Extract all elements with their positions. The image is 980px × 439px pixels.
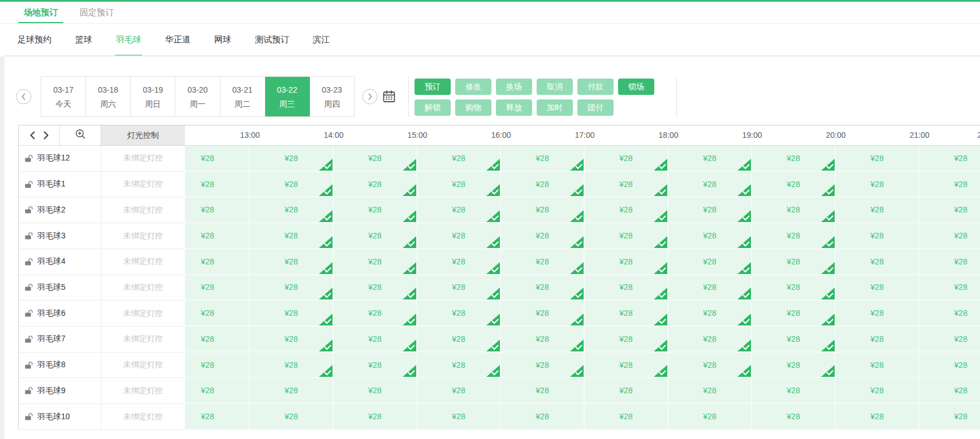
slot-cell[interactable]: ¥28: [836, 378, 919, 404]
slot-cell[interactable]: ¥28: [334, 172, 417, 198]
action-button-预订[interactable]: 预订: [415, 79, 451, 95]
slot-cell[interactable]: ¥28: [752, 353, 836, 379]
action-button-解锁[interactable]: 解锁: [415, 99, 451, 116]
slot-cell[interactable]: ¥28: [668, 353, 752, 379]
slot-cell[interactable]: ¥28: [752, 223, 836, 249]
slot-cell[interactable]: ¥28: [668, 249, 752, 275]
sport-tab[interactable]: 篮球: [75, 24, 92, 56]
slot-cell[interactable]: ¥28: [334, 223, 417, 249]
slot-cell[interactable]: ¥28: [250, 249, 334, 275]
action-button-付款[interactable]: 付款: [577, 79, 614, 95]
slot-cell[interactable]: ¥28: [919, 146, 980, 172]
slot-cell[interactable]: ¥28: [501, 378, 585, 404]
slot-cell[interactable]: ¥28: [752, 172, 836, 198]
slot-cell[interactable]: ¥28: [417, 249, 501, 275]
slot-cell[interactable]: ¥28: [250, 172, 334, 198]
sport-tab[interactable]: 足球预约: [18, 24, 51, 56]
slot-cell[interactable]: ¥28: [919, 353, 980, 379]
slot-cell[interactable]: ¥28: [752, 249, 836, 275]
slot-cell[interactable]: ¥28: [836, 327, 919, 353]
top-tab[interactable]: 场地预订: [20, 2, 61, 24]
slot-cell[interactable]: ¥28: [185, 353, 250, 379]
slot-cell[interactable]: ¥28: [250, 404, 334, 430]
unlock-icon[interactable]: [24, 232, 33, 240]
action-button-购物[interactable]: 购物: [455, 99, 491, 116]
sport-tab[interactable]: 测试预订: [255, 24, 289, 56]
slot-cell[interactable]: ¥28: [334, 327, 417, 353]
slot-cell[interactable]: ¥28: [585, 404, 668, 430]
slot-cell[interactable]: ¥28: [752, 327, 836, 353]
slot-cell[interactable]: ¥28: [836, 275, 919, 301]
slot-cell[interactable]: ¥28: [185, 197, 250, 223]
slot-cell[interactable]: ¥28: [501, 146, 585, 172]
calendar-button[interactable]: [382, 90, 396, 103]
slot-cell[interactable]: ¥28: [752, 378, 836, 404]
slot-cell[interactable]: ¥28: [250, 146, 334, 172]
date-cell[interactable]: 03-22周三: [265, 77, 310, 116]
slot-cell[interactable]: ¥28: [501, 327, 585, 353]
slot-cell[interactable]: ¥28: [919, 404, 980, 430]
unlock-icon[interactable]: [24, 154, 33, 163]
slot-cell[interactable]: ¥28: [185, 404, 250, 430]
date-cell[interactable]: 03-21周二: [221, 77, 265, 116]
action-button-取消[interactable]: 取消: [537, 79, 573, 95]
action-button-释放[interactable]: 释放: [496, 99, 532, 116]
slot-cell[interactable]: ¥28: [185, 223, 250, 249]
slot-cell[interactable]: ¥28: [919, 172, 980, 198]
slot-cell[interactable]: ¥28: [752, 146, 836, 172]
slot-cell[interactable]: ¥28: [919, 378, 980, 404]
slot-cell[interactable]: ¥28: [836, 146, 919, 172]
sport-tab[interactable]: 羽毛球: [116, 24, 141, 56]
slot-cell[interactable]: ¥28: [417, 172, 501, 198]
slot-cell[interactable]: ¥28: [585, 301, 668, 327]
slot-cell[interactable]: ¥28: [417, 301, 501, 327]
scroll-right-button[interactable]: [42, 131, 50, 140]
date-next-button[interactable]: [362, 89, 378, 105]
zoom-in-button[interactable]: [60, 125, 101, 145]
slot-cell[interactable]: ¥28: [836, 172, 919, 198]
slot-cell[interactable]: ¥28: [185, 275, 250, 301]
slot-cell[interactable]: ¥28: [250, 327, 334, 353]
action-button-团付[interactable]: 团付: [577, 99, 614, 116]
slot-cell[interactable]: ¥28: [185, 378, 250, 404]
unlock-icon[interactable]: [24, 206, 33, 214]
sport-tab[interactable]: 网球: [214, 24, 231, 56]
slot-cell[interactable]: ¥28: [919, 249, 980, 275]
slot-cell[interactable]: ¥28: [334, 249, 417, 275]
slot-cell[interactable]: ¥28: [417, 404, 501, 430]
slot-cell[interactable]: ¥28: [501, 353, 585, 379]
sport-tab[interactable]: 滨江: [313, 24, 330, 56]
slot-cell[interactable]: ¥28: [250, 223, 334, 249]
slot-cell[interactable]: ¥28: [919, 275, 980, 301]
slot-cell[interactable]: ¥28: [836, 301, 919, 327]
slot-cell[interactable]: ¥28: [752, 404, 836, 430]
slot-cell[interactable]: ¥28: [417, 146, 501, 172]
slot-cell[interactable]: ¥28: [501, 249, 585, 275]
slot-cell[interactable]: ¥28: [250, 275, 334, 301]
action-button-换场[interactable]: 换场: [496, 79, 532, 95]
slot-cell[interactable]: ¥28: [836, 249, 919, 275]
slot-cell[interactable]: ¥28: [919, 301, 980, 327]
slot-cell[interactable]: ¥28: [585, 378, 668, 404]
slot-cell[interactable]: ¥28: [250, 353, 334, 379]
top-tab[interactable]: 固定预订: [76, 2, 117, 24]
slot-cell[interactable]: ¥28: [334, 353, 417, 379]
unlock-icon[interactable]: [24, 258, 33, 266]
slot-cell[interactable]: ¥28: [250, 378, 334, 404]
slot-cell[interactable]: ¥28: [334, 146, 417, 172]
slot-cell[interactable]: ¥28: [185, 172, 250, 198]
slot-cell[interactable]: ¥28: [585, 249, 668, 275]
date-cell[interactable]: 03-23周四: [310, 77, 354, 116]
slot-cell[interactable]: ¥28: [334, 378, 417, 404]
slot-cell[interactable]: ¥28: [334, 404, 417, 430]
unlock-icon[interactable]: [24, 309, 33, 318]
slot-cell[interactable]: ¥28: [417, 353, 501, 379]
slot-cell[interactable]: ¥28: [585, 172, 668, 198]
slot-cell[interactable]: ¥28: [334, 275, 417, 301]
slot-cell[interactable]: ¥28: [501, 197, 585, 223]
slot-cell[interactable]: ¥28: [501, 223, 585, 249]
slot-cell[interactable]: ¥28: [501, 275, 585, 301]
unlock-icon[interactable]: [24, 180, 33, 189]
slot-cell[interactable]: ¥28: [668, 223, 752, 249]
unlock-icon[interactable]: [24, 386, 33, 395]
